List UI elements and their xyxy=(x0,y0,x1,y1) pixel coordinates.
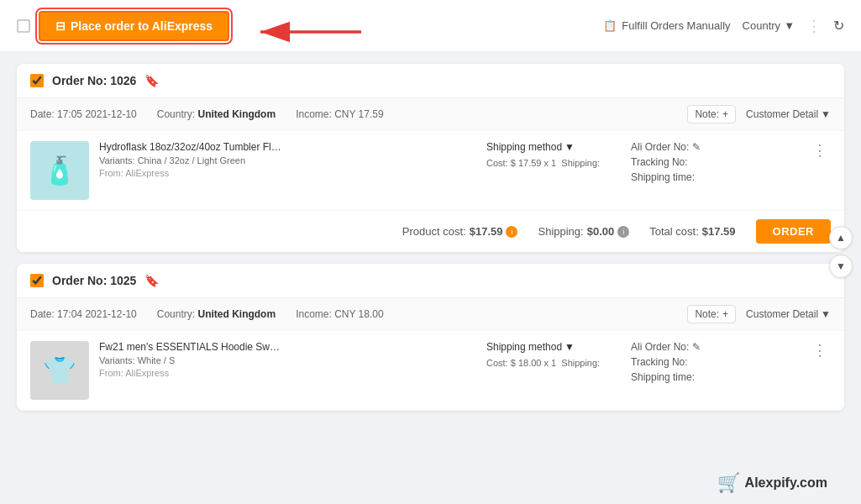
product-source-1026: From: AliExpress xyxy=(99,168,476,178)
meta-right-1026: Note: + Customer Detail ▼ xyxy=(687,105,831,123)
note-button-1025[interactable]: Note: + xyxy=(687,305,736,323)
scroll-buttons: ▲ ▼ xyxy=(829,226,853,278)
cost-info-1025: Cost: $ 18.00 x 1 Shipping: xyxy=(486,358,621,368)
shipping-chevron-icon: ▼ xyxy=(564,141,575,153)
chevron-down-icon: ▼ xyxy=(784,19,795,32)
product-cost-item-1026: Product cost: $17.59 i xyxy=(402,225,518,238)
country-label: Country xyxy=(743,19,781,32)
shipping-time-row-1026: Shipping time: xyxy=(631,171,799,183)
pencil-icon-1025[interactable]: ✎ xyxy=(692,341,701,353)
shipping-col-1026: Shipping method ▼ Cost: $ 17.59 x 1 Ship… xyxy=(486,141,621,168)
more-options-1025[interactable]: ⋮ xyxy=(809,341,831,360)
note-label-1026: Note: xyxy=(695,108,719,120)
shipping-cost-value-1026: $0.00 xyxy=(587,225,615,238)
place-order-button[interactable]: ⊟ Place order to AliExpress xyxy=(39,11,229,41)
top-left-actions: ⊟ Place order to AliExpress xyxy=(17,11,229,41)
order-country-1025: Country: United Kingdom xyxy=(157,308,276,320)
top-bar: ⊟ Place order to AliExpress 📋 Fulfill Or… xyxy=(0,0,861,52)
meta-right-1025: Note: + Customer Detail ▼ xyxy=(687,305,831,323)
place-order-icon: ⊟ xyxy=(55,19,66,33)
order-col-1026: Ali Order No: ✎ Tracking No: Shipping ti… xyxy=(631,141,799,183)
note-plus-icon: + xyxy=(722,108,728,120)
country-value-1025: United Kingdom xyxy=(197,308,276,320)
ali-order-row-1025: Ali Order No: ✎ xyxy=(631,341,799,353)
bookmark-icon-1026[interactable]: 🔖 xyxy=(144,74,159,87)
alexpify-branding: 🛒 Alexpify.com xyxy=(717,472,827,494)
shipping-time-row-1025: Shipping time: xyxy=(631,371,799,383)
country-select-button[interactable]: Country ▼ xyxy=(743,19,795,32)
note-plus-icon-2: + xyxy=(722,308,728,320)
tracking-row-1025: Tracking No: xyxy=(631,356,799,368)
product-info-1026: Hydroflask 18oz/32oz/40oz Tumbler Flask.… xyxy=(99,141,476,178)
shipping-chevron-icon-2: ▼ xyxy=(564,341,575,353)
shipping-method-button-1026[interactable]: Shipping method ▼ xyxy=(486,141,575,153)
order-card-1026: Order No: 1026 🔖 Date: 17:05 2021-12-10 … xyxy=(17,64,844,252)
country-value-1026: United Kingdom xyxy=(197,108,276,120)
order-meta-1025: Date: 17:04 2021-12-10 Country: United K… xyxy=(17,298,844,331)
fulfill-icon: 📋 xyxy=(603,19,617,32)
order-no-1026: Order No: 1026 xyxy=(52,74,136,87)
tracking-row-1026: Tracking No: xyxy=(631,156,799,168)
shipping-cost-item-1026: Shipping: $0.00 i xyxy=(538,225,629,238)
refresh-button[interactable]: ↻ xyxy=(833,18,844,34)
order-col-1025: Ali Order No: ✎ Tracking No: Shipping ti… xyxy=(631,341,799,383)
product-name-1025: Fw21 men's ESSENTIALS Hoodie Sweatshirt.… xyxy=(99,341,284,353)
fulfill-orders-label: Fulfill Orders Manually xyxy=(622,19,730,32)
chevron-icon-customer-2: ▼ xyxy=(821,308,831,320)
order-header-1025: Order No: 1025 🔖 xyxy=(17,264,844,298)
chevron-icon-customer: ▼ xyxy=(821,108,831,120)
order-header-1026: Order No: 1026 🔖 xyxy=(17,64,844,98)
place-order-label: Place order to AliExpress xyxy=(71,19,213,33)
ali-order-row-1026: Ali Order No: ✎ xyxy=(631,141,799,153)
alexpify-name: Alexpify.com xyxy=(745,475,827,491)
order-income-1025: Income: CNY 18.00 xyxy=(296,308,384,320)
customer-detail-button-1025[interactable]: Customer Detail ▼ xyxy=(746,308,831,320)
bookmark-icon-1025[interactable]: 🔖 xyxy=(144,274,159,287)
product-cost-value-1026: $17.59 xyxy=(470,225,503,238)
more-options-1026[interactable]: ⋮ xyxy=(809,141,831,160)
note-label-1025: Note: xyxy=(695,308,719,320)
order-country-1026: Country: United Kingdom xyxy=(157,108,276,120)
order-checkbox-1025[interactable] xyxy=(30,274,44,287)
fulfill-orders-button[interactable]: 📋 Fulfill Orders Manually xyxy=(603,19,730,32)
product-name-1026: Hydroflask 18oz/32oz/40oz Tumbler Flask.… xyxy=(99,141,284,153)
shipping-col-1025: Shipping method ▼ Cost: $ 18.00 x 1 Ship… xyxy=(486,341,621,368)
total-cost-item-1026: Total cost: $17.59 xyxy=(649,225,735,238)
order-date-1025: Date: 17:04 2021-12-10 xyxy=(30,308,137,320)
cost-info-1026: Cost: $ 17.59 x 1 Shipping: xyxy=(486,158,621,168)
customer-detail-button-1026[interactable]: Customer Detail ▼ xyxy=(746,108,831,120)
orders-container: Order No: 1026 🔖 Date: 17:05 2021-12-10 … xyxy=(0,52,861,504)
product-variant-1025: Variants: White / S xyxy=(99,355,476,365)
order-no-1025: Order No: 1025 xyxy=(52,274,136,287)
total-cost-value-1026: $17.59 xyxy=(702,225,736,238)
product-variant-1026: Variants: China / 32oz / Light Green xyxy=(99,155,476,165)
product-image-1026: 🧴 xyxy=(30,141,89,200)
product-image-1025: 👕 xyxy=(30,341,89,400)
order-button-1026[interactable]: ORDER xyxy=(756,219,831,244)
note-button-1026[interactable]: Note: + xyxy=(687,105,736,123)
pencil-icon-1026[interactable]: ✎ xyxy=(692,141,701,153)
order-card-1025: Order No: 1025 🔖 Date: 17:04 2021-12-10 … xyxy=(17,264,844,411)
product-cost-info-icon[interactable]: i xyxy=(506,226,517,238)
refresh-icon: ↻ xyxy=(833,18,844,33)
product-row-1025: 👕 Fw21 men's ESSENTIALS Hoodie Sweatshir… xyxy=(17,331,844,411)
separator: ⋮ xyxy=(806,17,822,35)
scroll-up-button[interactable]: ▲ xyxy=(829,226,853,249)
shipping-cost-info-icon[interactable]: i xyxy=(617,226,629,238)
scroll-down-button[interactable]: ▼ xyxy=(829,255,853,278)
shipping-method-button-1025[interactable]: Shipping method ▼ xyxy=(486,341,575,353)
order-date-1026: Date: 17:05 2021-12-10 xyxy=(30,108,137,120)
order-income-1026: Income: CNY 17.59 xyxy=(296,108,384,120)
alexpify-cart-icon: 🛒 xyxy=(717,472,740,494)
order-checkbox-1026[interactable] xyxy=(30,74,44,87)
product-source-1025: From: AliExpress xyxy=(99,368,476,378)
order-meta-1026: Date: 17:05 2021-12-10 Country: United K… xyxy=(17,98,844,131)
product-row-1026: 🧴 Hydroflask 18oz/32oz/40oz Tumbler Flas… xyxy=(17,131,844,211)
top-right-actions: 📋 Fulfill Orders Manually Country ▼ ⋮ ↻ xyxy=(603,17,844,35)
product-info-1025: Fw21 men's ESSENTIALS Hoodie Sweatshirt.… xyxy=(99,341,476,378)
cost-footer-1026: Product cost: $17.59 i Shipping: $0.00 i… xyxy=(17,211,844,252)
select-all-checkbox[interactable] xyxy=(17,19,30,33)
